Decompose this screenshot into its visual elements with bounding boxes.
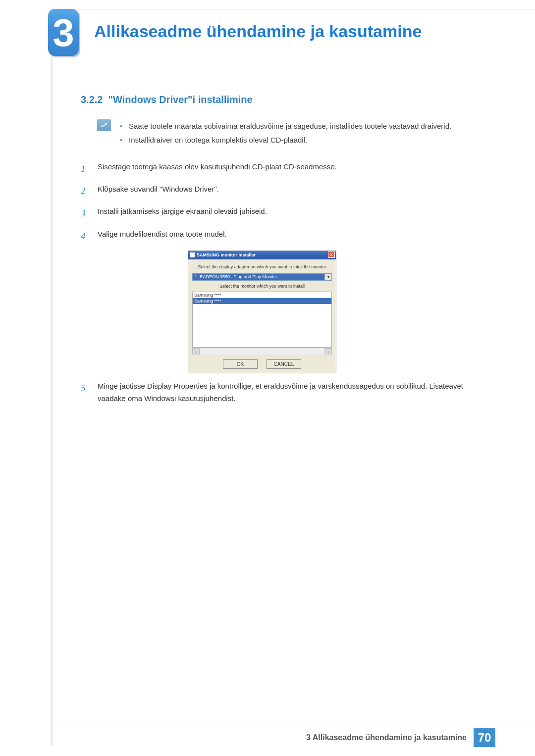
section-heading: 3.2.2 "Windows Driver"i installimine bbox=[81, 94, 488, 105]
chevron-down-icon: ▾ bbox=[324, 274, 331, 280]
note-item: Saate tootele määrata sobivaima eraldusv… bbox=[120, 119, 488, 133]
note-list: Saate tootele määrata sobivaima eraldusv… bbox=[120, 119, 488, 147]
step-item: 5 Minge jaotisse Display Properties ja k… bbox=[81, 380, 488, 405]
scroll-left-icon[interactable]: ‹ bbox=[192, 348, 200, 354]
steps-list-cont: 5 Minge jaotisse Display Properties ja k… bbox=[81, 380, 488, 405]
step-item: 2 Klõpsake suvandil "Windows Driver". bbox=[81, 183, 488, 199]
step-text: Sisestage tootega kaasas olev kasutusjuh… bbox=[98, 161, 488, 176]
close-button[interactable]: × bbox=[328, 252, 335, 258]
note-item: Installidraiver on tootega komplektis ol… bbox=[120, 133, 488, 147]
app-icon bbox=[190, 252, 195, 257]
note-icon bbox=[97, 119, 111, 131]
scroll-right-icon[interactable]: › bbox=[324, 348, 332, 354]
step-text: Installi jätkamiseks järgige ekraanil ol… bbox=[98, 205, 488, 221]
installer-dialog: SAMSUNG monitor installer × Select the d… bbox=[188, 251, 336, 373]
cancel-button[interactable]: CANCEL bbox=[267, 359, 301, 369]
header-rule bbox=[50, 9, 535, 9]
step-number: 2 bbox=[81, 183, 91, 199]
side-stripe bbox=[51, 10, 53, 746]
dialog-title: SAMSUNG monitor installer bbox=[197, 252, 256, 257]
step-number: 5 bbox=[81, 380, 91, 405]
step-item: 1 Sisestage tootega kaasas olev kasutusj… bbox=[81, 161, 488, 176]
steps-list: 1 Sisestage tootega kaasas olev kasutusj… bbox=[81, 161, 488, 244]
content-area: 3.2.2 "Windows Driver"i installimine Saa… bbox=[81, 94, 488, 411]
adapter-selected: 1. RADEON 9550 : Plug and Play Monitor bbox=[195, 274, 277, 279]
monitor-listbox[interactable]: Samsung **** Samsung **** bbox=[192, 292, 332, 348]
dialog-titlebar: SAMSUNG monitor installer × bbox=[188, 251, 336, 259]
installer-dialog-figure: SAMSUNG monitor installer × Select the d… bbox=[188, 251, 488, 373]
adapter-dropdown[interactable]: 1. RADEON 9550 : Plug and Play Monitor ▾ bbox=[192, 273, 332, 281]
step-text: Klõpsake suvandil "Windows Driver". bbox=[98, 183, 488, 199]
footer-text: 3 Allikaseadme ühendamine ja kasutamine bbox=[306, 733, 467, 742]
step-number: 1 bbox=[81, 161, 91, 176]
section-title: "Windows Driver"i installimine bbox=[108, 94, 253, 105]
list-item[interactable]: Samsung **** bbox=[193, 292, 331, 298]
chapter-number: 3 bbox=[53, 13, 74, 52]
ok-button[interactable]: OK bbox=[223, 359, 258, 369]
step-text: Minge jaotisse Display Properties ja kon… bbox=[98, 380, 488, 405]
step-number: 4 bbox=[81, 228, 91, 244]
page-number: 70 bbox=[474, 728, 495, 747]
horizontal-scrollbar[interactable]: ‹ › bbox=[192, 348, 332, 354]
section-number: 3.2.2 bbox=[81, 94, 103, 105]
chapter-badge: 3 bbox=[48, 9, 81, 63]
footer-rule bbox=[50, 726, 535, 726]
dialog-button-row: OK CANCEL bbox=[192, 359, 332, 369]
footer: 3 Allikaseadme ühendamine ja kasutamine … bbox=[306, 728, 495, 747]
chapter-title: Allikaseadme ühendamine ja kasutamine bbox=[94, 22, 422, 41]
note-block: Saate tootele määrata sobivaima eraldusv… bbox=[97, 119, 488, 147]
step-number: 3 bbox=[81, 205, 91, 221]
dialog-instruction-2: Select the monitor which you want to ins… bbox=[192, 284, 332, 289]
step-text: Valige mudeliloendist oma toote mudel. bbox=[98, 228, 488, 244]
dialog-instruction-1: Select the display adapter on which you … bbox=[192, 264, 332, 269]
step-item: 3 Installi jätkamiseks järgige ekraanil … bbox=[81, 205, 488, 221]
list-item[interactable]: Samsung **** bbox=[193, 298, 331, 304]
step-item: 4 Valige mudeliloendist oma toote mudel. bbox=[81, 228, 488, 244]
